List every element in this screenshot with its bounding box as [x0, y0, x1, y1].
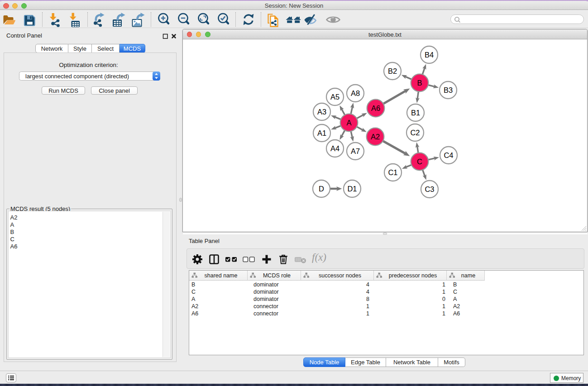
svg-text:D1: D1 — [347, 185, 357, 193]
svg-text:B: B — [417, 79, 422, 87]
svg-text:B4: B4 — [425, 51, 434, 59]
svg-text:A1: A1 — [317, 129, 326, 137]
svg-text:D: D — [319, 185, 324, 193]
svg-text:B1: B1 — [411, 109, 420, 117]
svg-text:A6: A6 — [371, 104, 380, 112]
svg-text:C: C — [417, 157, 422, 166]
svg-text:C4: C4 — [444, 151, 453, 159]
svg-text:B2: B2 — [388, 67, 397, 75]
svg-text:A3: A3 — [317, 108, 326, 116]
svg-text:A5: A5 — [330, 93, 339, 101]
svg-text:A4: A4 — [330, 144, 339, 152]
svg-text:C2: C2 — [410, 129, 420, 137]
svg-text:C3: C3 — [425, 185, 434, 193]
svg-text:B3: B3 — [444, 86, 453, 94]
svg-text:A: A — [346, 119, 351, 127]
svg-text:C1: C1 — [388, 168, 397, 176]
svg-text:A8: A8 — [351, 89, 360, 97]
svg-text:A2: A2 — [371, 133, 380, 141]
svg-text:A7: A7 — [351, 147, 360, 155]
